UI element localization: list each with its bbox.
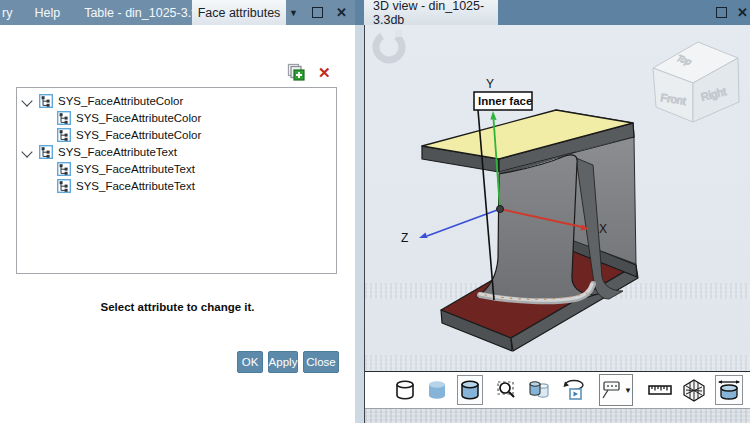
close-button[interactable]: Close — [303, 351, 339, 373]
menu-item-partial[interactable]: ry — [0, 6, 22, 20]
maximize-icon[interactable] — [716, 7, 727, 18]
delete-attribute-icon[interactable]: ✕ — [318, 64, 331, 82]
measure-icon[interactable] — [647, 376, 673, 404]
tree-item-label: SYS_FaceAttributeText — [76, 180, 195, 192]
display-wireframe-icon[interactable] — [393, 376, 417, 404]
view-toolbar: ▼ » — [365, 371, 750, 409]
close-icon[interactable]: ✕ — [336, 6, 347, 19]
tree-item-label: SYS_FaceAttributeText — [58, 146, 177, 158]
add-attribute-icon[interactable] — [287, 63, 306, 81]
measure-diameter-icon[interactable] — [715, 375, 743, 405]
view-cube[interactable]: Top Front Right — [653, 42, 739, 122]
tree-row[interactable]: SYS_FaceAttributeText — [23, 143, 177, 160]
tree-item-label: SYS_FaceAttributeColor — [58, 95, 183, 107]
tab-face-attributes[interactable]: Face attributes — [192, 0, 286, 25]
annotation-style-dropdown[interactable]: ▼ — [599, 374, 633, 406]
orbit-rotate-icon[interactable] — [371, 29, 407, 65]
attribute-icon — [39, 145, 53, 159]
face-attributes-panel: ✕ SYS_FaceAttributeColor SYS_FaceAttribu… — [0, 25, 355, 423]
display-shaded-edges-icon[interactable] — [457, 375, 483, 405]
display-shaded-icon[interactable] — [425, 376, 449, 404]
menu-item-help[interactable]: Help — [22, 6, 72, 20]
tree-item-label: SYS_FaceAttributeText — [76, 163, 195, 175]
annotation-label: Inner face — [478, 95, 532, 107]
expander-chevron-icon[interactable] — [21, 146, 32, 157]
zoom-window-icon[interactable] — [495, 376, 519, 404]
ok-button[interactable]: OK — [237, 351, 263, 373]
dropdown-caret-icon[interactable]: ▼ — [624, 386, 632, 395]
axis-label-x: X — [599, 222, 607, 236]
axis-label-z: Z — [401, 231, 408, 245]
annotation-style-icon — [600, 378, 624, 402]
maximize-icon[interactable] — [312, 7, 323, 18]
attribute-icon — [57, 162, 71, 176]
attribute-icon — [57, 128, 71, 142]
chevron-down-icon[interactable]: ▼ — [289, 9, 298, 18]
beam-scene: Top Front Right — [365, 25, 750, 371]
close-icon[interactable]: ✕ — [737, 6, 748, 19]
transparency-icon[interactable] — [527, 376, 551, 404]
expander-chevron-icon[interactable] — [21, 95, 32, 106]
3d-viewport[interactable]: Top Front Right — [364, 25, 750, 423]
tree-item-label: SYS_FaceAttributeColor — [76, 112, 201, 124]
attribute-icon — [39, 94, 53, 108]
apply-button[interactable]: Apply — [268, 351, 298, 373]
tree-row[interactable]: SYS_FaceAttributeColor — [57, 109, 201, 126]
tree-row[interactable]: SYS_FaceAttributeText — [57, 177, 195, 194]
left-titlebar: ry Help Table - din_1025-3.tac — [0, 0, 355, 25]
hint-text: Select attribute to change it. — [0, 301, 355, 313]
attribute-tree: SYS_FaceAttributeColor SYS_FaceAttribute… — [16, 87, 337, 274]
axis-label-y: Y — [486, 77, 494, 91]
attribute-icon — [57, 179, 71, 193]
tree-row[interactable]: SYS_FaceAttributeText — [57, 160, 195, 177]
tree-row[interactable]: SYS_FaceAttributeColor — [57, 126, 201, 143]
texture-band — [365, 409, 750, 423]
hatch-section-icon[interactable] — [681, 376, 707, 404]
tree-item-label: SYS_FaceAttributeColor — [76, 129, 201, 141]
rotate-view-icon[interactable] — [561, 376, 587, 404]
panel-divider[interactable] — [355, 0, 364, 423]
tree-row[interactable]: SYS_FaceAttributeColor — [23, 92, 183, 109]
attribute-icon — [57, 111, 71, 125]
tab-3d-view[interactable]: 3D view - din_1025-3.3db — [364, 0, 498, 25]
